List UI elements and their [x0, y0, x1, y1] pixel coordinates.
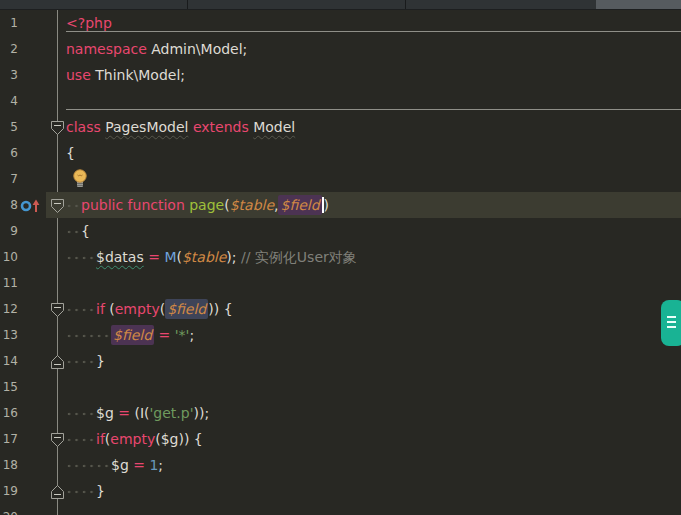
code-text[interactable]: $g = 1;	[66, 452, 681, 478]
line-number[interactable]: 9	[0, 218, 18, 244]
code-token: )) {	[178, 431, 202, 447]
code-token: {	[81, 223, 90, 239]
code-token: =	[148, 249, 160, 265]
line-number[interactable]: 5	[0, 114, 18, 140]
code-token: class	[66, 119, 101, 135]
side-tab-icon	[667, 316, 676, 329]
code-text[interactable]: <?php	[66, 10, 681, 36]
code-token: }	[96, 483, 105, 499]
line-number[interactable]: 17	[0, 426, 18, 452]
code-token: $g	[96, 405, 114, 421]
editor-line: 18$g = 1;	[0, 452, 681, 478]
code-token: M	[164, 249, 176, 265]
line-number[interactable]: 18	[0, 452, 18, 478]
code-token: empty	[115, 301, 160, 317]
code-text[interactable]	[66, 504, 681, 515]
code-token: empty	[110, 431, 155, 447]
code-text[interactable]: use Think\Model;	[66, 62, 681, 88]
code-text[interactable]: $g = (I('get.p'));	[66, 400, 681, 426]
editor-line: 20	[0, 504, 681, 515]
intention-bulb-icon[interactable]	[72, 169, 88, 193]
code-text[interactable]: {	[66, 218, 681, 244]
code-text[interactable]	[66, 88, 681, 114]
code-token: ));	[194, 405, 210, 421]
code-text[interactable]: public function page($table,$field)	[66, 192, 681, 218]
fold-collapse-icon[interactable]	[51, 198, 64, 212]
line-number[interactable]: 13	[0, 322, 18, 348]
code-text[interactable]: }	[66, 348, 681, 374]
editor-line: 15	[0, 374, 681, 400]
indent-whitespace	[66, 218, 81, 244]
code-token: )	[324, 197, 329, 213]
code-text[interactable]: }	[66, 478, 681, 504]
line-number[interactable]: 14	[0, 348, 18, 374]
indent-whitespace	[66, 452, 111, 478]
code-token: (	[105, 301, 115, 317]
line-number[interactable]: 11	[0, 270, 18, 296]
indent-whitespace	[66, 322, 111, 348]
fold-end-icon[interactable]	[51, 354, 64, 368]
editor-line: 12if (empty($field)) {	[0, 296, 681, 322]
line-number[interactable]: 4	[0, 88, 18, 114]
line-number[interactable]: 8	[0, 192, 18, 218]
fold-collapse-icon[interactable]	[51, 432, 64, 446]
line-number[interactable]: 7	[0, 166, 18, 192]
code-token: }	[96, 353, 105, 369]
editor-lines: 1<?php2namespace Admin\Model;3use Think\…	[0, 10, 681, 515]
code-text[interactable]: {	[66, 140, 681, 166]
indent-whitespace	[66, 348, 96, 374]
override-method-icon[interactable]	[20, 198, 42, 217]
code-text[interactable]	[66, 374, 681, 400]
editor-line: 17if(empty($g)) {	[0, 426, 681, 452]
indent-whitespace	[66, 192, 81, 218]
editor-line: 5class PagesModel extends Model	[0, 114, 681, 140]
fold-end-icon[interactable]	[51, 484, 64, 498]
code-token: (	[130, 405, 140, 421]
code-token: Model	[253, 119, 295, 135]
indent-whitespace	[66, 296, 96, 322]
code-text[interactable]: $field = '*';	[66, 322, 681, 348]
code-token: {	[66, 145, 75, 161]
code-token: =	[133, 457, 145, 473]
code-token: Admin\Model;	[147, 41, 248, 57]
code-text[interactable]: if (empty($field)) {	[66, 296, 681, 322]
editor-line: 16$g = (I('get.p'));	[0, 400, 681, 426]
line-number[interactable]: 1	[0, 10, 18, 36]
indent-whitespace	[66, 400, 96, 426]
indent-whitespace	[66, 244, 96, 270]
editor-line: 1<?php	[0, 10, 681, 36]
line-number[interactable]: 19	[0, 478, 18, 504]
code-token: )) {	[208, 301, 232, 317]
code-token: $table	[182, 249, 226, 265]
tab-separator	[405, 0, 406, 9]
fold-collapse-icon[interactable]	[51, 120, 64, 134]
code-text[interactable]: class PagesModel extends Model	[66, 114, 681, 140]
code-token: PagesModel	[105, 119, 188, 135]
line-number[interactable]: 16	[0, 400, 18, 426]
line-number[interactable]: 3	[0, 62, 18, 88]
line-number[interactable]: 15	[0, 374, 18, 400]
code-token: $field	[111, 325, 154, 345]
line-number[interactable]: 12	[0, 296, 18, 322]
editor-line: 19}	[0, 478, 681, 504]
code-text[interactable]	[66, 270, 681, 296]
code-text[interactable]	[66, 166, 681, 192]
line-number[interactable]: 2	[0, 36, 18, 62]
code-text[interactable]: $datas = M($table); // 实例化User对象	[66, 244, 681, 270]
line-number[interactable]: 6	[0, 140, 18, 166]
tab-separator	[187, 0, 188, 9]
code-text[interactable]: if(empty($g)) {	[66, 426, 681, 452]
side-floating-button[interactable]	[661, 300, 681, 346]
fold-collapse-icon[interactable]	[51, 302, 64, 316]
code-token: use	[66, 67, 91, 83]
line-number[interactable]: 10	[0, 244, 18, 270]
code-text[interactable]: namespace Admin\Model;	[66, 36, 681, 62]
ide-window: 1<?php2namespace Admin\Model;3use Think\…	[0, 0, 681, 515]
editor-line: 6{	[0, 140, 681, 166]
editor-line: 13$field = '*';	[0, 322, 681, 348]
editor-line: 11	[0, 270, 681, 296]
code-token: page	[189, 197, 224, 213]
code-token: =	[159, 327, 171, 343]
code-token: Think\Model;	[91, 67, 185, 83]
line-number[interactable]: 20	[0, 504, 18, 515]
